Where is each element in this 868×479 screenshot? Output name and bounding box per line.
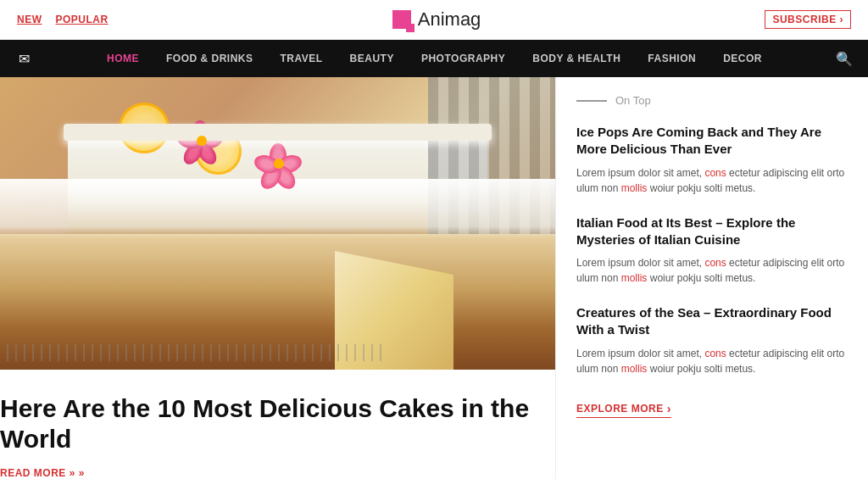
nav-fashion[interactable]: FASHION: [634, 40, 709, 77]
highlight: mollis: [621, 272, 648, 284]
highlight: cons: [704, 167, 726, 179]
email-icon[interactable]: ✉: [8, 51, 40, 67]
sidebar-article-1-excerpt: Lorem ipsum dolor sit amet, cons ectetur…: [576, 165, 848, 196]
icing: [0, 179, 555, 238]
nav-travel[interactable]: TRAVEL: [267, 40, 337, 77]
new-link[interactable]: NEW: [17, 14, 42, 25]
main-nav: ✉ HOME FOOD & DRINKS TRAVEL BEAUTY PHOTO…: [0, 40, 868, 77]
nav-links: HOME FOOD & DRINKS TRAVEL BEAUTY PHOTOGR…: [40, 40, 829, 77]
nav-beauty[interactable]: BEAUTY: [337, 40, 408, 77]
sidebar: On Top Ice Pops Are Coming Back and They…: [555, 77, 868, 479]
highlight: mollis: [621, 363, 648, 375]
nav-food-drinks[interactable]: FOOD & DRINKS: [153, 40, 267, 77]
sidebar-article-3-excerpt: Lorem ipsum dolor sit amet, cons ectetur…: [576, 346, 848, 376]
nav-body-health[interactable]: BODY & HEALTH: [519, 40, 634, 77]
cake-background: [0, 77, 555, 370]
nav-photography[interactable]: PHOTOGRAPHY: [408, 40, 519, 77]
hero-text: Here Are the 10 Most Delicious Cakes in …: [0, 380, 538, 479]
hero-section-bottom: Here Are the 10 Most Delicious Cakes in …: [0, 370, 555, 479]
sidebar-article-3-title[interactable]: Creatures of the Sea – Extraordinary Foo…: [576, 304, 848, 339]
nav-home[interactable]: HOME: [93, 40, 153, 77]
top-bar-links: NEW POPULAR: [17, 14, 108, 25]
hero-image: [0, 77, 555, 370]
highlight: cons: [704, 348, 726, 359]
sidebar-article-3: Creatures of the Sea – Extraordinary Foo…: [576, 304, 848, 376]
sidebar-article-2: Italian Food at Its Best – Explore the M…: [576, 214, 848, 287]
explore-more-link[interactable]: EXPLORE MORE: [576, 402, 671, 418]
sidebar-article-1: Ice Pops Are Coming Back and They Are Mo…: [576, 124, 848, 196]
popular-link[interactable]: POPULAR: [56, 14, 108, 25]
logo-icon: [392, 10, 411, 29]
on-top-text: On Top: [615, 94, 651, 107]
read-more-link[interactable]: READ MORE »: [0, 467, 85, 479]
nav-decor[interactable]: DECOR: [709, 40, 776, 77]
highlight: mollis: [621, 182, 648, 194]
main-content: Here Are the 10 Most Delicious Cakes in …: [0, 77, 868, 479]
logo[interactable]: Animag: [392, 8, 481, 31]
logo-text: Animag: [418, 8, 481, 31]
on-top-label: On Top: [576, 94, 848, 107]
cooling-rack: [0, 344, 386, 361]
on-top-line: [576, 100, 607, 102]
lemon-slice-1: [119, 103, 170, 153]
subscribe-link[interactable]: SUBSCRIBE: [765, 10, 851, 29]
sidebar-article-2-title[interactable]: Italian Food at Its Best – Explore the M…: [576, 214, 848, 249]
sidebar-article-1-title[interactable]: Ice Pops Are Coming Back and They Are Mo…: [576, 124, 848, 159]
sidebar-article-2-excerpt: Lorem ipsum dolor sit amet, cons ectetur…: [576, 255, 848, 286]
hero-section: Here Are the 10 Most Delicious Cakes in …: [0, 77, 555, 479]
top-bar: NEW POPULAR Animag SUBSCRIBE: [0, 0, 868, 40]
hero-title: Here Are the 10 Most Delicious Cakes in …: [0, 393, 538, 454]
search-icon[interactable]: 🔍: [829, 51, 860, 67]
highlight: cons: [704, 257, 726, 269]
